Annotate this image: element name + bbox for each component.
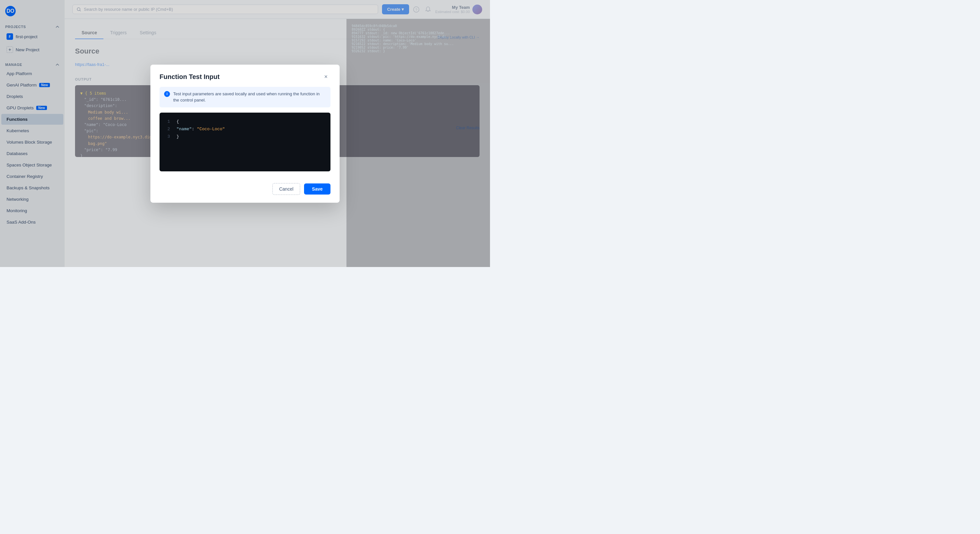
code-editor[interactable]: 1 { 2 "name": "Coco-Loco" 3 } <box>159 113 331 171</box>
modal-header: Function Test Input × <box>150 65 340 87</box>
code-line-1: 1 { <box>165 118 325 125</box>
modal-info-bar: i Test input parameters are saved locall… <box>159 87 331 107</box>
code-content: "name": "Coco-Loco" <box>177 125 225 133</box>
code-brace-close: } <box>177 133 179 140</box>
modal-info-text: Test input parameters are saved locally … <box>173 91 326 104</box>
function-test-input-modal: Function Test Input × i Test input param… <box>150 65 340 203</box>
code-brace-open: { <box>177 118 179 125</box>
cancel-button[interactable]: Cancel <box>272 183 301 195</box>
modal-title: Function Test Input <box>159 73 220 81</box>
line-number: 2 <box>165 125 170 133</box>
info-icon: i <box>164 91 170 97</box>
line-number: 3 <box>165 133 170 140</box>
modal-overlay: Function Test Input × i Test input param… <box>0 0 490 267</box>
code-line-2: 2 "name": "Coco-Loco" <box>165 125 325 133</box>
line-number: 1 <box>165 118 170 125</box>
code-line-3: 3 } <box>165 133 325 140</box>
close-button[interactable]: × <box>321 72 331 81</box>
save-button[interactable]: Save <box>304 183 331 194</box>
modal-footer: Cancel Save <box>150 178 340 203</box>
